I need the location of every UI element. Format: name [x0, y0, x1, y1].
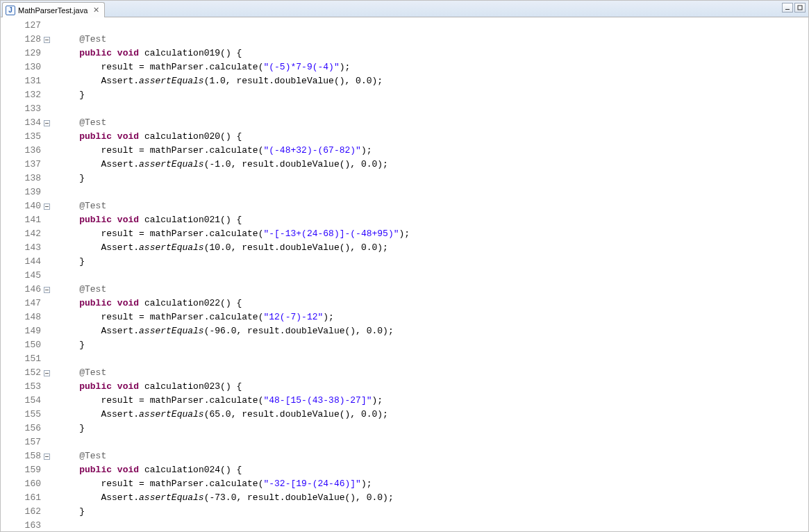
line-number: 142: [1, 227, 44, 241]
line-number: 149: [1, 324, 44, 338]
line-number: 153: [1, 380, 44, 394]
code-line[interactable]: result = mathParser.calculate("(-48+32)-…: [58, 144, 808, 158]
code-line[interactable]: @Test: [58, 116, 808, 130]
line-number: 159: [1, 463, 44, 477]
code-area[interactable]: @Test public void calculation019() { res…: [53, 17, 808, 531]
line-number: 141: [1, 213, 44, 227]
code-line[interactable]: @Test: [58, 366, 808, 380]
fold-toggle-icon[interactable]: [44, 370, 50, 376]
code-line[interactable]: }: [58, 172, 808, 185]
code-line[interactable]: result = mathParser.calculate("48-[15-(4…: [58, 394, 808, 408]
code-line[interactable]: public void calculation022() {: [58, 297, 808, 310]
line-number: 151: [1, 352, 44, 366]
line-number: 139: [1, 185, 44, 199]
editor-window: J MathParserTest.java ✕ 1271281291301311…: [0, 0, 809, 532]
line-number: 130: [1, 60, 44, 74]
line-number: 158: [1, 449, 44, 463]
code-line[interactable]: result = mathParser.calculate("-[-13+(24…: [58, 227, 808, 241]
line-number: 160: [1, 477, 44, 491]
code-line[interactable]: [58, 102, 808, 116]
fold-toggle-icon[interactable]: [44, 287, 50, 293]
line-number-gutter: 1271281291301311321331341351361371381391…: [1, 17, 45, 531]
code-line[interactable]: Assert.assertEquals(-73.0, result.double…: [58, 491, 808, 505]
line-number: 144: [1, 255, 44, 269]
line-number: 133: [1, 102, 44, 116]
line-number: 140: [1, 199, 44, 213]
code-line[interactable]: result = mathParser.calculate("12(-7)-12…: [58, 310, 808, 324]
svg-rect-1: [798, 6, 802, 10]
tab-bar: J MathParserTest.java ✕: [1, 1, 808, 17]
code-line[interactable]: @Test: [58, 283, 808, 297]
code-line[interactable]: [58, 269, 808, 283]
line-number: 146: [1, 283, 44, 297]
line-number: 129: [1, 47, 44, 60]
code-line[interactable]: @Test: [58, 449, 808, 463]
panel-controls: [782, 3, 806, 13]
line-number: 145: [1, 269, 44, 283]
code-line[interactable]: }: [58, 255, 808, 269]
line-number: 152: [1, 366, 44, 380]
line-number: 132: [1, 88, 44, 102]
code-line[interactable]: @Test: [58, 199, 808, 213]
code-line[interactable]: [58, 352, 808, 366]
tab-label: MathParserTest.java: [18, 6, 87, 15]
line-number: 136: [1, 144, 44, 158]
line-number: 148: [1, 310, 44, 324]
code-line[interactable]: result = mathParser.calculate("(-5)*7-9(…: [58, 60, 808, 74]
line-number: 143: [1, 241, 44, 255]
code-line[interactable]: public void calculation023() {: [58, 380, 808, 394]
line-number: 127: [1, 19, 44, 33]
code-line[interactable]: [58, 185, 808, 199]
line-number: 163: [1, 519, 44, 531]
line-number: 162: [1, 505, 44, 519]
line-number: 155: [1, 408, 44, 422]
code-line[interactable]: public void calculation024() {: [58, 463, 808, 477]
line-number: 161: [1, 491, 44, 505]
minimize-button[interactable]: [782, 3, 793, 13]
code-line[interactable]: Assert.assertEquals(65.0, result.doubleV…: [58, 408, 808, 422]
code-line[interactable]: @Test: [58, 33, 808, 47]
line-number: 154: [1, 394, 44, 408]
code-line[interactable]: }: [58, 422, 808, 435]
java-file-icon: J: [6, 6, 15, 15]
fold-toggle-icon[interactable]: [44, 120, 50, 126]
fold-toggle-icon[interactable]: [44, 37, 50, 43]
tab-mathparsertest[interactable]: J MathParserTest.java ✕: [2, 2, 105, 17]
code-line[interactable]: result = mathParser.calculate("-32-[19-(…: [58, 477, 808, 491]
line-number: 138: [1, 172, 44, 185]
line-number: 137: [1, 158, 44, 172]
code-line[interactable]: }: [58, 88, 808, 102]
editor-area[interactable]: 1271281291301311321331341351361371381391…: [1, 17, 808, 531]
code-line[interactable]: }: [58, 505, 808, 519]
code-line[interactable]: }: [58, 338, 808, 352]
line-number: 150: [1, 338, 44, 352]
maximize-button[interactable]: [794, 3, 806, 13]
code-line[interactable]: public void calculation019() {: [58, 47, 808, 60]
code-line[interactable]: [58, 435, 808, 449]
code-line[interactable]: Assert.assertEquals(-96.0, result.double…: [58, 324, 808, 338]
code-line[interactable]: Assert.assertEquals(1.0, result.doubleVa…: [58, 74, 808, 88]
close-icon[interactable]: ✕: [92, 6, 100, 15]
fold-toggle-icon[interactable]: [44, 454, 50, 460]
code-line[interactable]: public void calculation021() {: [58, 213, 808, 227]
line-number: 135: [1, 130, 44, 144]
code-line[interactable]: Assert.assertEquals(10.0, result.doubleV…: [58, 241, 808, 255]
code-line[interactable]: [58, 519, 808, 531]
code-line[interactable]: public void calculation020() {: [58, 130, 808, 144]
fold-toggle-icon[interactable]: [44, 203, 50, 210]
line-number: 131: [1, 74, 44, 88]
svg-rect-0: [785, 9, 790, 10]
line-number: 147: [1, 297, 44, 310]
code-line[interactable]: [58, 19, 808, 33]
line-number: 157: [1, 435, 44, 449]
line-number: 128: [1, 33, 44, 47]
line-number: 156: [1, 422, 44, 435]
code-line[interactable]: Assert.assertEquals(-1.0, result.doubleV…: [58, 158, 808, 172]
line-number: 134: [1, 116, 44, 130]
